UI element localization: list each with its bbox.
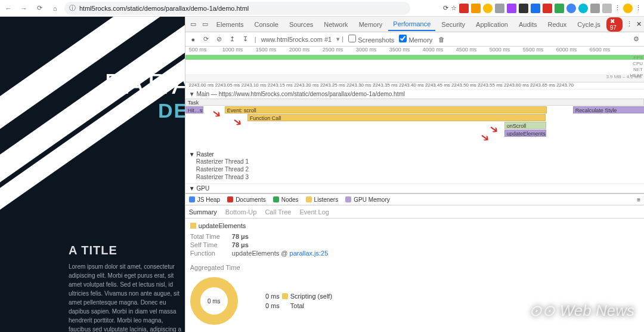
legend-nodes[interactable]: Nodes (273, 196, 299, 203)
annotation-arrow-icon: ➔ (230, 114, 245, 130)
url-bar[interactable]: ⓘ html5rocks.com/static/demos/parallax/d… (64, 2, 410, 15)
flame-chart[interactable]: 2243.00 ms 2243.05 ms 2243.10 ms 2243.15… (185, 82, 644, 193)
settings-button[interactable]: ⚙ (632, 35, 640, 44)
close-icon[interactable]: ✕ (636, 20, 642, 28)
devtools-tabs: ▭ ▭ Elements Console Sources Network Mem… (185, 17, 644, 32)
screenshots-toggle[interactable]: Screenshots (348, 35, 394, 44)
ext-icon[interactable] (459, 4, 469, 13)
ext-icon[interactable] (495, 4, 504, 13)
tab-bottom-up[interactable]: Bottom-Up (225, 208, 257, 216)
aggregate-rows: 0 msScripting (self) 0 msTotal (256, 290, 332, 312)
star-icon[interactable]: ☆ (451, 4, 457, 12)
tab-cyclejs[interactable]: Cycle.js (572, 19, 605, 30)
legend-listeners[interactable]: Listeners (306, 196, 339, 203)
overview[interactable]: 500 ms1000 ms1500 ms2000 ms2500 ms3000 m… (185, 47, 644, 82)
tab-memory[interactable]: Memory (354, 19, 388, 30)
info-icon: ⓘ (69, 4, 76, 13)
back-button[interactable]: ← (2, 2, 14, 14)
function-label: updateElements (190, 222, 639, 229)
gpu-section[interactable]: ▼ GPU (185, 183, 644, 193)
aggregated-heading: Aggregated Time (190, 264, 639, 271)
raster-thread: Rasterizer Thread 1 (189, 158, 640, 165)
tab-security[interactable]: Security (436, 19, 470, 30)
recalc-style-bar[interactable]: Recalculate Style (573, 106, 644, 113)
ext-icon[interactable] (578, 4, 588, 13)
hero-text: PARAL (104, 67, 185, 100)
ext-icon[interactable] (590, 4, 600, 13)
home-button[interactable]: ⌂ (49, 2, 61, 14)
record-button[interactable]: ● (189, 35, 197, 44)
hit-test-bar[interactable]: Hit…st (185, 106, 203, 113)
legend-gpu[interactable]: GPU Memory (345, 196, 390, 203)
ext-icon[interactable] (543, 4, 552, 13)
article-title: A TITLE (69, 244, 185, 257)
context-select[interactable]: www.html5rocks.com #1 (261, 36, 332, 43)
ext-icon[interactable] (483, 4, 493, 13)
cpu-lane (185, 55, 644, 74)
annotation-arrow-icon: ➔ (209, 106, 224, 122)
translate-icon[interactable]: ⟳ (443, 4, 448, 12)
forward-button[interactable]: → (18, 2, 30, 14)
tab-elements[interactable]: Elements (212, 19, 249, 30)
gc-button[interactable]: 🗑 (437, 35, 445, 44)
update-elements-bar[interactable]: updateElements (504, 130, 546, 137)
content-area: PARAL DEM A TITLE Lorem ipsum dolor sit … (0, 17, 644, 332)
avatar-icon[interactable] (623, 4, 633, 13)
menu-icon[interactable]: ⋮ (614, 4, 621, 12)
tab-redux[interactable]: Redux (543, 19, 572, 30)
legend-jsheap[interactable]: JS Heap (189, 196, 220, 203)
expand-icon[interactable]: ≡ (637, 196, 640, 203)
more-icon[interactable]: ⋮ (635, 4, 642, 12)
reload-record-button[interactable]: ⟳ (202, 35, 210, 44)
save-button[interactable]: ↧ (242, 35, 250, 44)
tab-summary[interactable]: Summary (189, 208, 217, 216)
raster-thread: Rasterizer Thread 2 (189, 165, 640, 173)
flame-ruler: 2243.00 ms 2243.05 ms 2243.10 ms 2243.15… (185, 82, 644, 90)
tab-sources[interactable]: Sources (284, 19, 318, 30)
ext-icon[interactable] (555, 4, 564, 13)
device-icon[interactable]: ▭ (200, 19, 210, 30)
raster-thread: Rasterizer Thread 3 (189, 173, 640, 181)
ext-icon[interactable] (602, 4, 612, 13)
article-body: Lorem ipsum dolor sit amet, consectetur … (69, 262, 185, 332)
wechat-icon: ⊙⊙ (529, 302, 555, 320)
memory-toggle[interactable]: Memory (399, 35, 432, 44)
hero-subtext: DEM (158, 99, 185, 122)
perf-toolbar: ● ⟳ ⊘ ↥ ↧ | www.html5rocks.com #1 ▾ | Sc… (185, 32, 644, 47)
heap-lane: 3.9 MB – 4.1 MB (185, 74, 644, 81)
ext-icon[interactable] (566, 4, 576, 13)
source-link[interactable]: parallax.js:25 (290, 250, 329, 257)
tab-audits[interactable]: Audits (514, 19, 542, 30)
details-tabs: Summary Bottom-Up Call Tree Event Log (185, 205, 644, 219)
legend-documents[interactable]: Documents (227, 196, 266, 203)
flame-rows: Task Hit…st Event: scroll Recalculate St… (185, 99, 644, 149)
tab-call-tree[interactable]: Call Tree (265, 208, 291, 216)
donut-chart: 0 ms (190, 277, 238, 325)
overview-ruler: 500 ms1000 ms1500 ms2000 ms2500 ms3000 m… (185, 47, 644, 55)
reload-button[interactable]: ⟳ (33, 2, 45, 14)
inspect-icon[interactable]: ▭ (188, 19, 199, 30)
article: A TITLE Lorem ipsum dolor sit amet, cons… (69, 244, 185, 332)
onscroll-bar[interactable]: onScroll (504, 122, 546, 129)
extension-icons: ⟳ ☆ ⋮ ⋮ (443, 4, 642, 13)
tab-event-log[interactable]: Event Log (299, 208, 329, 216)
load-button[interactable]: ↥ (228, 35, 237, 44)
watermark: ⊙⊙ Web News (529, 302, 634, 320)
clear-button[interactable]: ⊘ (215, 35, 224, 44)
event-scroll-bar[interactable]: Event: scroll (225, 106, 547, 113)
url-text: html5rocks.com/static/demos/parallax/dem… (79, 5, 249, 12)
ext-icon[interactable] (531, 4, 540, 13)
raster-section[interactable]: ▼ Raster Rasterizer Thread 1 Rasterizer … (185, 149, 644, 183)
more-icon[interactable]: ⋮ (626, 20, 633, 28)
tab-application[interactable]: Application (471, 19, 513, 30)
ext-icon[interactable] (519, 4, 528, 13)
ext-icon[interactable] (471, 4, 481, 13)
main-thread-label[interactable]: ▼ Main — https://www.html5rocks.com/stat… (185, 90, 644, 99)
tab-performance[interactable]: Performance (388, 18, 435, 31)
ext-icon[interactable] (507, 4, 516, 13)
task-bar[interactable]: Task (185, 99, 644, 106)
tab-console[interactable]: Console (250, 19, 283, 30)
error-badge[interactable]: ✖ 97 (606, 17, 623, 32)
tab-network[interactable]: Network (319, 19, 352, 30)
function-call-bar[interactable]: Function Call (247, 114, 546, 121)
